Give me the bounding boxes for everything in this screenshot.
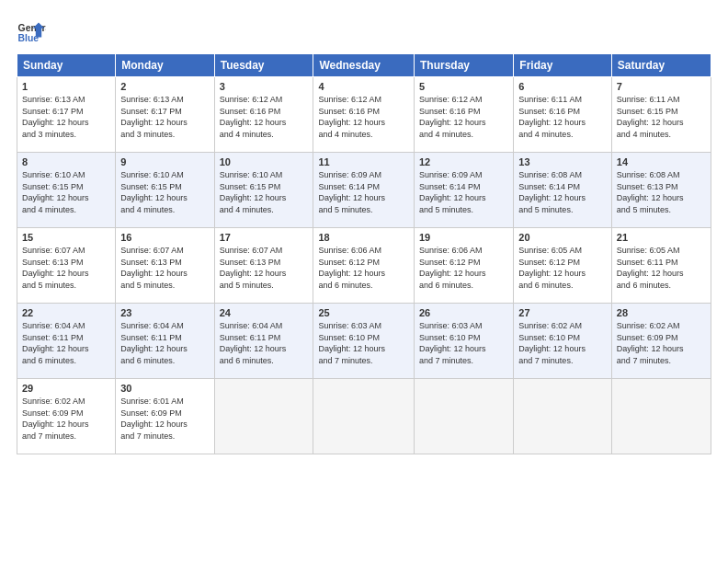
day-number: 3	[220, 81, 309, 92]
day-number: 23	[120, 307, 209, 318]
day-number: 1	[22, 81, 110, 92]
calendar-cell: 10Sunrise: 6:10 AM Sunset: 6:15 PM Dayli…	[214, 153, 313, 228]
day-info: Sunrise: 6:04 AM Sunset: 6:11 PM Dayligh…	[22, 320, 110, 366]
day-info: Sunrise: 6:03 AM Sunset: 6:10 PM Dayligh…	[419, 320, 508, 366]
day-number: 12	[419, 156, 508, 167]
day-info: Sunrise: 6:11 AM Sunset: 6:16 PM Dayligh…	[518, 94, 607, 140]
day-info: Sunrise: 6:05 AM Sunset: 6:12 PM Dayligh…	[518, 245, 607, 291]
day-info: Sunrise: 6:12 AM Sunset: 6:16 PM Dayligh…	[220, 94, 309, 140]
calendar-cell: 30Sunrise: 6:01 AM Sunset: 6:09 PM Dayli…	[116, 379, 214, 454]
week-row-2: 8Sunrise: 6:10 AM Sunset: 6:15 PM Daylig…	[17, 153, 711, 228]
day-info: Sunrise: 6:01 AM Sunset: 6:09 PM Dayligh…	[120, 396, 209, 442]
day-info: Sunrise: 6:04 AM Sunset: 6:11 PM Dayligh…	[120, 320, 209, 366]
day-info: Sunrise: 6:11 AM Sunset: 6:15 PM Dayligh…	[617, 94, 706, 140]
calendar-cell: 1Sunrise: 6:13 AM Sunset: 6:17 PM Daylig…	[17, 77, 116, 153]
day-number: 5	[419, 81, 508, 92]
calendar-cell: 4Sunrise: 6:12 AM Sunset: 6:16 PM Daylig…	[313, 77, 415, 153]
day-info: Sunrise: 6:13 AM Sunset: 6:17 PM Dayligh…	[120, 94, 209, 140]
calendar-cell: 15Sunrise: 6:07 AM Sunset: 6:13 PM Dayli…	[17, 228, 116, 304]
day-number: 9	[120, 156, 209, 167]
day-info: Sunrise: 6:02 AM Sunset: 6:09 PM Dayligh…	[617, 320, 706, 366]
day-info: Sunrise: 6:08 AM Sunset: 6:14 PM Dayligh…	[518, 169, 607, 215]
day-info: Sunrise: 6:06 AM Sunset: 6:12 PM Dayligh…	[419, 245, 508, 291]
weekday-header-tuesday: Tuesday	[214, 54, 313, 77]
calendar-cell: 9Sunrise: 6:10 AM Sunset: 6:15 PM Daylig…	[116, 153, 214, 228]
weekday-header-saturday: Saturday	[611, 54, 711, 77]
day-number: 22	[22, 307, 110, 318]
day-info: Sunrise: 6:08 AM Sunset: 6:13 PM Dayligh…	[617, 169, 706, 215]
calendar-cell: 20Sunrise: 6:05 AM Sunset: 6:12 PM Dayli…	[514, 228, 612, 304]
calendar-cell: 16Sunrise: 6:07 AM Sunset: 6:13 PM Dayli…	[116, 228, 214, 304]
calendar-cell: 11Sunrise: 6:09 AM Sunset: 6:14 PM Dayli…	[313, 153, 415, 228]
day-number: 26	[419, 307, 508, 318]
day-info: Sunrise: 6:13 AM Sunset: 6:17 PM Dayligh…	[22, 94, 110, 140]
day-info: Sunrise: 6:12 AM Sunset: 6:16 PM Dayligh…	[419, 94, 508, 140]
calendar-cell: 29Sunrise: 6:02 AM Sunset: 6:09 PM Dayli…	[17, 379, 116, 454]
day-number: 25	[318, 307, 409, 318]
day-info: Sunrise: 6:03 AM Sunset: 6:10 PM Dayligh…	[318, 320, 409, 366]
day-info: Sunrise: 6:10 AM Sunset: 6:15 PM Dayligh…	[120, 169, 209, 215]
weekday-header-monday: Monday	[116, 54, 214, 77]
day-number: 4	[318, 81, 409, 92]
week-row-4: 22Sunrise: 6:04 AM Sunset: 6:11 PM Dayli…	[17, 304, 711, 379]
day-info: Sunrise: 6:04 AM Sunset: 6:11 PM Dayligh…	[220, 320, 309, 366]
header: General Blue	[17, 17, 711, 46]
calendar-cell	[415, 379, 514, 454]
day-number: 30	[120, 383, 209, 394]
calendar-cell: 6Sunrise: 6:11 AM Sunset: 6:16 PM Daylig…	[514, 77, 612, 153]
calendar-cell: 28Sunrise: 6:02 AM Sunset: 6:09 PM Dayli…	[611, 304, 711, 379]
day-number: 2	[120, 81, 209, 92]
day-number: 19	[419, 232, 508, 243]
day-info: Sunrise: 6:07 AM Sunset: 6:13 PM Dayligh…	[120, 245, 209, 291]
calendar-cell: 12Sunrise: 6:09 AM Sunset: 6:14 PM Dayli…	[415, 153, 514, 228]
day-number: 21	[617, 232, 706, 243]
calendar-cell	[214, 379, 313, 454]
weekday-header-friday: Friday	[514, 54, 612, 77]
calendar-cell: 14Sunrise: 6:08 AM Sunset: 6:13 PM Dayli…	[611, 153, 711, 228]
calendar-cell: 24Sunrise: 6:04 AM Sunset: 6:11 PM Dayli…	[214, 304, 313, 379]
calendar-table: SundayMondayTuesdayWednesdayThursdayFrid…	[17, 53, 711, 454]
calendar-cell: 22Sunrise: 6:04 AM Sunset: 6:11 PM Dayli…	[17, 304, 116, 379]
day-number: 27	[518, 307, 607, 318]
calendar-cell: 2Sunrise: 6:13 AM Sunset: 6:17 PM Daylig…	[116, 77, 214, 153]
calendar-cell: 17Sunrise: 6:07 AM Sunset: 6:13 PM Dayli…	[214, 228, 313, 304]
day-number: 20	[518, 232, 607, 243]
logo-icon: General Blue	[17, 17, 46, 46]
calendar-cell: 23Sunrise: 6:04 AM Sunset: 6:11 PM Dayli…	[116, 304, 214, 379]
day-info: Sunrise: 6:10 AM Sunset: 6:15 PM Dayligh…	[220, 169, 309, 215]
calendar-cell: 5Sunrise: 6:12 AM Sunset: 6:16 PM Daylig…	[415, 77, 514, 153]
day-number: 6	[518, 81, 607, 92]
day-info: Sunrise: 6:02 AM Sunset: 6:10 PM Dayligh…	[518, 320, 607, 366]
calendar-container: General Blue SundayMondayTuesdayWednesda…	[0, 0, 728, 563]
calendar-cell: 8Sunrise: 6:10 AM Sunset: 6:15 PM Daylig…	[17, 153, 116, 228]
logo: General Blue	[17, 17, 46, 46]
calendar-cell: 19Sunrise: 6:06 AM Sunset: 6:12 PM Dayli…	[415, 228, 514, 304]
day-number: 24	[220, 307, 309, 318]
calendar-cell: 25Sunrise: 6:03 AM Sunset: 6:10 PM Dayli…	[313, 304, 415, 379]
day-info: Sunrise: 6:10 AM Sunset: 6:15 PM Dayligh…	[22, 169, 110, 215]
day-number: 8	[22, 156, 110, 167]
day-info: Sunrise: 6:07 AM Sunset: 6:13 PM Dayligh…	[220, 245, 309, 291]
weekday-header-sunday: Sunday	[17, 54, 116, 77]
day-info: Sunrise: 6:12 AM Sunset: 6:16 PM Dayligh…	[318, 94, 409, 140]
day-number: 29	[22, 383, 110, 394]
weekday-header-row: SundayMondayTuesdayWednesdayThursdayFrid…	[17, 54, 711, 77]
day-number: 18	[318, 232, 409, 243]
day-info: Sunrise: 6:09 AM Sunset: 6:14 PM Dayligh…	[419, 169, 508, 215]
day-number: 17	[220, 232, 309, 243]
calendar-cell	[611, 379, 711, 454]
calendar-cell: 26Sunrise: 6:03 AM Sunset: 6:10 PM Dayli…	[415, 304, 514, 379]
day-number: 11	[318, 156, 409, 167]
calendar-cell: 3Sunrise: 6:12 AM Sunset: 6:16 PM Daylig…	[214, 77, 313, 153]
day-number: 15	[22, 232, 110, 243]
day-info: Sunrise: 6:05 AM Sunset: 6:11 PM Dayligh…	[617, 245, 706, 291]
day-number: 14	[617, 156, 706, 167]
week-row-1: 1Sunrise: 6:13 AM Sunset: 6:17 PM Daylig…	[17, 77, 711, 153]
day-number: 16	[120, 232, 209, 243]
day-number: 13	[518, 156, 607, 167]
day-number: 7	[617, 81, 706, 92]
weekday-header-wednesday: Wednesday	[313, 54, 415, 77]
calendar-cell	[313, 379, 415, 454]
week-row-5: 29Sunrise: 6:02 AM Sunset: 6:09 PM Dayli…	[17, 379, 711, 454]
day-info: Sunrise: 6:07 AM Sunset: 6:13 PM Dayligh…	[22, 245, 110, 291]
